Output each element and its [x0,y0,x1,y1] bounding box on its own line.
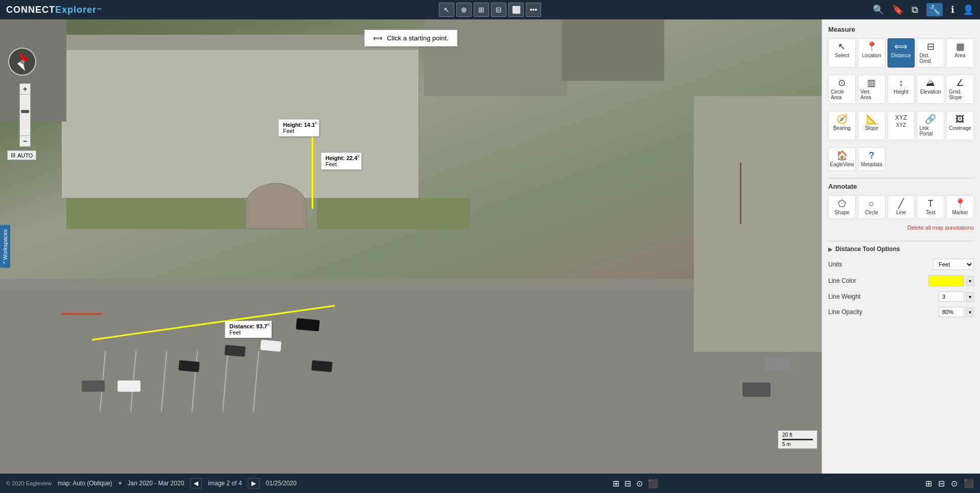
annotate-text-btn[interactable]: T Text [917,195,944,219]
zoom-slider[interactable] [19,95,31,136]
map-mode-label[interactable]: map: Auto (Oblique) [58,480,112,487]
metadata-label: Metadata [861,162,882,167]
eagleview-label: EagleView [830,162,854,167]
ruler-small-icon: ⟺ [373,34,383,42]
area-icon: ▦ [956,42,965,51]
vertarea-label: Vert. Area [860,89,883,100]
bottom-bar: © 2020 Eagleview map: Auto (Oblique) ▾ J… [0,474,822,493]
workspaces-label: * Workspaces [2,229,8,264]
tooltip-height-22-close[interactable]: ✕ [356,153,360,159]
measure-location-btn[interactable]: 📍 Location [858,38,885,68]
map-view-icon-1[interactable]: ⊞ [613,479,619,488]
line-opacity-input[interactable] [939,307,964,317]
map-view-icon-4[interactable]: ⬛ [648,479,658,488]
tooltip-height-14-close[interactable]: ✕ [314,120,318,126]
tools-icon[interactable]: 🔧 [926,3,943,16]
top-tool-select[interactable]: ↖ [439,3,454,17]
opacity-dropdown-arrow[interactable]: ▾ [966,307,974,317]
measure-slope-btn[interactable]: 📐 Slope [858,111,885,140]
map-view-icon-2[interactable]: ⊟ [624,479,631,488]
measure-xyz-btn[interactable]: XYZ XYZ [888,111,915,140]
bearing-label: Bearing [833,125,851,131]
annotate-shape-btn[interactable]: ⬠ Shape [828,195,856,219]
auto-icon: ⊟ [11,152,15,159]
measure-elevation-btn[interactable]: ⛰ Elevation [917,75,944,104]
measure-linkportal-btn[interactable]: 🔗 Link Portal [917,111,944,140]
coverage-icon: 🖼 [955,115,965,124]
annotate-line-btn[interactable]: ╱ Line [888,195,915,219]
footer-icon-3[interactable]: ⊙ [951,479,958,488]
measure-select-btn[interactable]: ↖ Select [828,38,856,68]
workspaces-tab[interactable]: * Workspaces [0,225,10,268]
compass-ring[interactable] [8,48,36,76]
zoom-out-button[interactable]: − [19,136,31,147]
footer-icon-2[interactable]: ⊟ [938,479,945,488]
layers-icon[interactable]: ⧉ [912,5,918,15]
annotate-tools: ⬠ Shape ○ Circle ╱ Line T Text 📍 Marker [828,195,974,219]
shape-label: Shape [834,210,849,215]
prev-image-button[interactable]: ◀ [190,478,202,488]
line-weight-input[interactable] [939,292,964,302]
bookmark-icon[interactable]: 🔖 [892,4,903,15]
auto-button[interactable]: ⊟ AUTO [7,150,36,160]
color-dropdown-arrow[interactable]: ▾ [966,276,974,286]
measure-height-btn[interactable]: ↕ Height [888,75,915,104]
circle-icon: ○ [869,199,874,208]
search-icon[interactable]: 🔍 [873,4,884,15]
section-divider-1 [828,178,974,178]
footer-icon-1[interactable]: ⊞ [925,479,932,488]
measure-area-btn[interactable]: ▦ Area [946,38,974,68]
zoom-in-button[interactable]: + [19,83,31,95]
footer-icon-4[interactable]: ⬛ [964,479,974,488]
line-color-swatch[interactable] [928,275,964,286]
eagleview-icon: 🏠 [836,151,848,160]
car-bottom-left2 [82,380,105,392]
tooltip-height-22: ✕ Height: 22.4 Feet [321,152,362,170]
options-header[interactable]: ▶ Distance Tool Options [828,245,974,253]
image-count-text: image 2 of 4 [208,480,242,487]
top-right-icons: 🔍 🔖 ⧉ 🔧 ℹ 👤 [873,3,974,16]
dropdown-arrow-icon[interactable]: ▾ [119,480,122,487]
measure-bearing-btn[interactable]: 🧭 Bearing [828,111,856,140]
top-tool-measure[interactable]: ⊕ [456,3,472,17]
grndslope-label: Grnd. Slope [949,89,971,100]
measure-coverage-btn[interactable]: 🖼 Coverage [946,111,974,140]
line-opacity-row: Line Opacity ▾ [828,307,974,317]
weight-dropdown-arrow[interactable]: ▾ [966,292,974,302]
annotate-circle-btn[interactable]: ○ Circle [858,195,885,219]
compass[interactable] [8,48,36,76]
line-weight-control: ▾ [939,292,974,302]
map-area[interactable]: ✕ Height: 14.1 Feet ✕ Height: 22.4 Feet … [0,19,822,474]
map-view-icon-3[interactable]: ⊙ [636,479,643,488]
measure-line-vertical [312,127,313,209]
top-tool-grid1[interactable]: ⊞ [474,3,489,17]
grndslope-icon: ∠ [956,78,964,87]
tooltip-distance-close[interactable]: ✕ [266,322,270,327]
measure-circlearea-btn[interactable]: ⊙ Circle Area [828,75,856,104]
top-tool-grid2[interactable]: ⊟ [491,3,506,17]
tooltip-height-14: ✕ Height: 14.1 Feet [278,119,319,137]
select-icon: ↖ [838,42,846,51]
car-right2 [765,358,791,371]
measure-vertarea-btn[interactable]: ▥ Vert. Area [858,75,885,104]
area-label: Area [955,53,966,58]
auto-label: AUTO [17,152,33,159]
top-tool-ruler[interactable]: ⬜ [508,3,524,17]
user-icon[interactable]: 👤 [963,4,974,15]
location-icon: 📍 [866,42,877,51]
units-select[interactable]: Feet Meters [933,259,974,270]
info-icon[interactable]: ℹ [951,4,954,15]
measure-grndslope-btn[interactable]: ∠ Grnd. Slope [946,75,974,104]
map-view-controls: ⊞ ⊟ ⊙ ⬛ [613,479,658,488]
shape-icon: ⬠ [838,199,846,208]
measure-metadata-btn[interactable]: ? Metadata [858,147,885,171]
measure-distgrnd-btn[interactable]: ⊟ Dist. Grnd. [917,38,944,68]
delete-annotations-button[interactable]: Delete all map annotations [828,225,974,231]
top-tool-more[interactable]: ••• [526,3,541,17]
annotate-marker-btn[interactable]: 📍 Marker [946,195,974,219]
tree-trunk [740,163,760,224]
next-image-button[interactable]: ▶ [248,478,260,488]
measure-eagleview-btn[interactable]: 🏠 EagleView [828,147,856,171]
measure-distance-btn[interactable]: ⟺ Distance [888,38,915,68]
text-label: Text [926,210,935,215]
